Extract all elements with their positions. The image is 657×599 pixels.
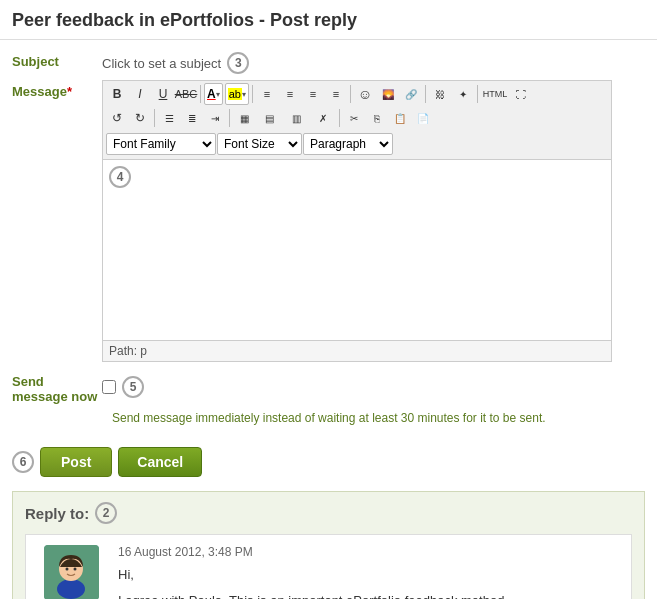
table-col-button[interactable]: ▥ bbox=[283, 107, 309, 129]
strikethrough-button[interactable]: ABC bbox=[175, 83, 197, 105]
reply-content: Petra Petterson 16 August 2012, 3:48 PM … bbox=[25, 534, 632, 599]
subject-click[interactable]: Click to set a subject 3 bbox=[102, 50, 249, 74]
avatar-image bbox=[44, 545, 99, 599]
reply-text: Hi, I agree with Paula. This is an impor… bbox=[118, 565, 621, 599]
avatar bbox=[44, 545, 99, 599]
toolbar-sep-4 bbox=[425, 85, 426, 103]
cut-button[interactable]: ✂ bbox=[343, 107, 365, 129]
step-2-circle: 2 bbox=[95, 502, 117, 524]
font-color-button[interactable]: A ▾ bbox=[204, 83, 223, 105]
required-indicator: * bbox=[67, 84, 72, 99]
step-4-circle: 4 bbox=[109, 166, 131, 188]
paste-text-button[interactable]: 📄 bbox=[412, 107, 434, 129]
paste-button[interactable]: 📋 bbox=[389, 107, 411, 129]
reply-timestamp: 16 August 2012, 3:48 PM bbox=[118, 545, 621, 559]
editor-path-bar: Path: p bbox=[103, 340, 611, 361]
link-button[interactable]: 🔗 bbox=[400, 83, 422, 105]
reply-section: Reply to: 2 bbox=[12, 491, 645, 599]
post-button[interactable]: Post bbox=[40, 447, 112, 477]
toolbar-sep-1 bbox=[200, 85, 201, 103]
svg-point-1 bbox=[57, 579, 85, 599]
svg-point-4 bbox=[73, 568, 76, 571]
font-family-select[interactable]: Font Family bbox=[106, 133, 216, 155]
table-row-button[interactable]: ▤ bbox=[256, 107, 282, 129]
reply-header: Reply to: 2 bbox=[25, 502, 632, 524]
toolbar-sep-7 bbox=[229, 109, 230, 127]
editor-toolbar: B I U ABC A ▾ ab ▾ bbox=[103, 81, 611, 160]
toolbar-sep-2 bbox=[252, 85, 253, 103]
italic-button[interactable]: I bbox=[129, 83, 151, 105]
send-immediately-checkbox[interactable] bbox=[102, 380, 116, 394]
send-message-label: Send message now bbox=[12, 370, 102, 404]
page-title: Peer feedback in ePortfolios - Post repl… bbox=[0, 0, 657, 40]
reply-message: 16 August 2012, 3:48 PM Hi, I agree with… bbox=[118, 545, 621, 599]
step-5-circle: 5 bbox=[122, 376, 144, 398]
redo-button[interactable]: ↻ bbox=[129, 107, 151, 129]
indent-button[interactable]: ⇥ bbox=[204, 107, 226, 129]
list-unordered-button[interactable]: ☰ bbox=[158, 107, 180, 129]
copy-button[interactable]: ⎘ bbox=[366, 107, 388, 129]
align-left-button[interactable]: ≡ bbox=[256, 83, 278, 105]
message-label: Message* bbox=[12, 80, 102, 99]
send-message-controls: 5 bbox=[102, 376, 144, 398]
avatar-area: Petra Petterson bbox=[36, 545, 106, 599]
table-button[interactable]: ▦ bbox=[233, 107, 255, 129]
smiley-button[interactable]: ☺ bbox=[354, 83, 376, 105]
fullscreen-button[interactable]: ⛶ bbox=[510, 83, 532, 105]
svg-point-3 bbox=[65, 568, 68, 571]
toolbar-sep-3 bbox=[350, 85, 351, 103]
rich-text-editor: B I U ABC A ▾ ab ▾ bbox=[102, 80, 612, 362]
align-justify-button[interactable]: ≡ bbox=[325, 83, 347, 105]
send-hint-text: Send message immediately instead of wait… bbox=[112, 411, 546, 425]
step-3-circle: 3 bbox=[227, 52, 249, 74]
image-button[interactable]: 🌄 bbox=[377, 83, 399, 105]
html-button[interactable]: HTML bbox=[481, 83, 509, 105]
subject-label: Subject bbox=[12, 50, 102, 69]
form-buttons: 6 Post Cancel bbox=[12, 447, 657, 477]
chain-button[interactable]: ⛓ bbox=[429, 83, 451, 105]
underline-button[interactable]: U bbox=[152, 83, 174, 105]
sparkle-button[interactable]: ✦ bbox=[452, 83, 474, 105]
editor-body[interactable]: 4 bbox=[103, 160, 611, 340]
step-6-circle: 6 bbox=[12, 451, 34, 473]
undo-button[interactable]: ↺ bbox=[106, 107, 128, 129]
subject-link[interactable]: Click to set a subject bbox=[102, 56, 221, 71]
bold-button[interactable]: B bbox=[106, 83, 128, 105]
toolbar-sep-5 bbox=[477, 85, 478, 103]
paragraph-select[interactable]: Paragraph bbox=[303, 133, 393, 155]
cancel-button[interactable]: Cancel bbox=[118, 447, 202, 477]
font-size-select[interactable]: Font Size bbox=[217, 133, 302, 155]
align-right-button[interactable]: ≡ bbox=[302, 83, 324, 105]
highlight-color-button[interactable]: ab ▾ bbox=[225, 83, 249, 105]
list-ordered-button[interactable]: ≣ bbox=[181, 107, 203, 129]
toolbar-sep-6 bbox=[154, 109, 155, 127]
toolbar-sep-8 bbox=[339, 109, 340, 127]
align-center-button[interactable]: ≡ bbox=[279, 83, 301, 105]
table-del-button[interactable]: ✗ bbox=[310, 107, 336, 129]
